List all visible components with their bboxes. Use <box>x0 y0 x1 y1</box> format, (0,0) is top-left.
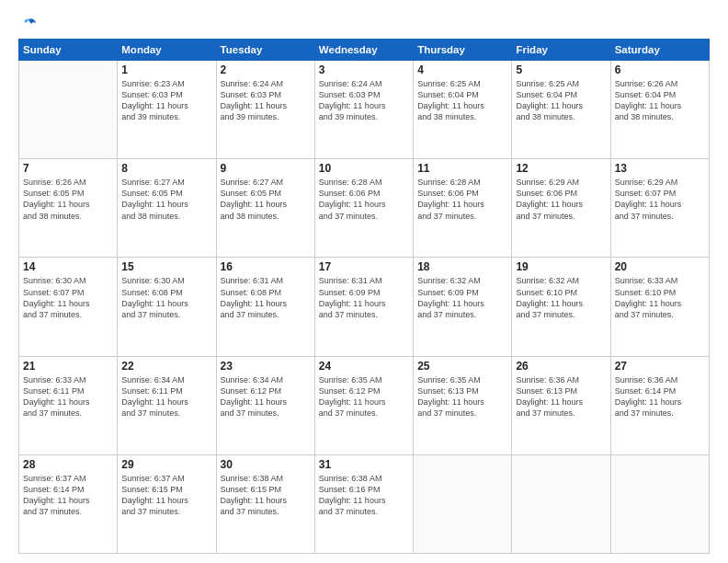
week-row-5: 28Sunrise: 6:37 AM Sunset: 6:14 PM Dayli… <box>19 454 710 553</box>
day-info: Sunrise: 6:33 AM Sunset: 6:11 PM Dayligh… <box>23 374 113 419</box>
weekday-header-thursday: Thursday <box>414 40 512 61</box>
calendar-cell: 28Sunrise: 6:37 AM Sunset: 6:14 PM Dayli… <box>19 454 118 553</box>
calendar-cell: 25Sunrise: 6:35 AM Sunset: 6:13 PM Dayli… <box>414 356 512 454</box>
day-info: Sunrise: 6:34 AM Sunset: 6:12 PM Dayligh… <box>221 374 311 419</box>
day-number: 25 <box>417 360 507 373</box>
calendar-cell: 5Sunrise: 6:25 AM Sunset: 6:04 PM Daylig… <box>512 61 610 159</box>
day-number: 20 <box>615 260 705 273</box>
day-info: Sunrise: 6:32 AM Sunset: 6:09 PM Dayligh… <box>417 275 507 320</box>
day-number: 29 <box>121 458 211 471</box>
day-info: Sunrise: 6:37 AM Sunset: 6:14 PM Dayligh… <box>23 473 113 518</box>
calendar-cell: 13Sunrise: 6:29 AM Sunset: 6:07 PM Dayli… <box>610 159 709 258</box>
calendar-cell: 9Sunrise: 6:27 AM Sunset: 6:05 PM Daylig… <box>216 159 314 258</box>
calendar-cell: 24Sunrise: 6:35 AM Sunset: 6:12 PM Dayli… <box>314 356 413 454</box>
calendar-cell: 30Sunrise: 6:38 AM Sunset: 6:15 PM Dayli… <box>216 454 314 553</box>
day-number: 21 <box>23 360 113 373</box>
day-info: Sunrise: 6:31 AM Sunset: 6:08 PM Dayligh… <box>221 275 311 320</box>
calendar-cell: 16Sunrise: 6:31 AM Sunset: 6:08 PM Dayli… <box>216 258 314 356</box>
day-number: 2 <box>221 63 311 76</box>
day-info: Sunrise: 6:29 AM Sunset: 6:06 PM Dayligh… <box>516 177 606 222</box>
calendar-cell: 15Sunrise: 6:30 AM Sunset: 6:08 PM Dayli… <box>118 258 216 356</box>
day-info: Sunrise: 6:30 AM Sunset: 6:08 PM Dayligh… <box>121 275 211 320</box>
week-row-3: 14Sunrise: 6:30 AM Sunset: 6:07 PM Dayli… <box>19 258 710 356</box>
weekday-header-wednesday: Wednesday <box>314 40 413 61</box>
day-info: Sunrise: 6:35 AM Sunset: 6:12 PM Dayligh… <box>319 374 409 419</box>
day-info: Sunrise: 6:38 AM Sunset: 6:16 PM Dayligh… <box>319 473 409 518</box>
calendar-cell <box>610 454 709 553</box>
weekday-header-saturday: Saturday <box>610 40 709 61</box>
calendar-cell: 22Sunrise: 6:34 AM Sunset: 6:11 PM Dayli… <box>118 356 216 454</box>
header <box>18 17 710 31</box>
day-info: Sunrise: 6:29 AM Sunset: 6:07 PM Dayligh… <box>615 177 705 222</box>
day-info: Sunrise: 6:28 AM Sunset: 6:06 PM Dayligh… <box>417 177 507 222</box>
calendar-cell: 26Sunrise: 6:36 AM Sunset: 6:13 PM Dayli… <box>512 356 610 454</box>
day-info: Sunrise: 6:28 AM Sunset: 6:06 PM Dayligh… <box>319 177 409 222</box>
day-number: 15 <box>121 260 211 273</box>
calendar-cell: 31Sunrise: 6:38 AM Sunset: 6:16 PM Dayli… <box>314 454 413 553</box>
day-number: 24 <box>319 360 409 373</box>
week-row-1: 1Sunrise: 6:23 AM Sunset: 6:03 PM Daylig… <box>19 61 710 159</box>
calendar-cell: 23Sunrise: 6:34 AM Sunset: 6:12 PM Dayli… <box>216 356 314 454</box>
weekday-header-tuesday: Tuesday <box>216 40 314 61</box>
day-number: 22 <box>121 360 211 373</box>
day-info: Sunrise: 6:26 AM Sunset: 6:05 PM Dayligh… <box>23 177 113 222</box>
day-number: 11 <box>417 162 507 175</box>
calendar-cell: 11Sunrise: 6:28 AM Sunset: 6:06 PM Dayli… <box>414 159 512 258</box>
day-number: 16 <box>221 260 311 273</box>
day-number: 27 <box>615 360 705 373</box>
calendar-cell: 18Sunrise: 6:32 AM Sunset: 6:09 PM Dayli… <box>414 258 512 356</box>
day-number: 23 <box>221 360 311 373</box>
calendar-cell: 1Sunrise: 6:23 AM Sunset: 6:03 PM Daylig… <box>118 61 216 159</box>
calendar-cell: 27Sunrise: 6:36 AM Sunset: 6:14 PM Dayli… <box>610 356 709 454</box>
day-number: 10 <box>319 162 409 175</box>
weekday-header-monday: Monday <box>118 40 216 61</box>
logo-bird-icon <box>20 17 37 33</box>
day-number: 30 <box>221 458 311 471</box>
weekday-header-row: SundayMondayTuesdayWednesdayThursdayFrid… <box>19 40 710 61</box>
calendar-cell: 14Sunrise: 6:30 AM Sunset: 6:07 PM Dayli… <box>19 258 118 356</box>
calendar-cell: 4Sunrise: 6:25 AM Sunset: 6:04 PM Daylig… <box>414 61 512 159</box>
calendar-cell: 10Sunrise: 6:28 AM Sunset: 6:06 PM Dayli… <box>314 159 413 258</box>
day-info: Sunrise: 6:36 AM Sunset: 6:14 PM Dayligh… <box>615 374 705 419</box>
logo <box>18 17 37 31</box>
day-number: 8 <box>121 162 211 175</box>
calendar-cell: 17Sunrise: 6:31 AM Sunset: 6:09 PM Dayli… <box>314 258 413 356</box>
day-info: Sunrise: 6:24 AM Sunset: 6:03 PM Dayligh… <box>221 78 311 123</box>
day-number: 5 <box>516 63 606 76</box>
day-number: 13 <box>615 162 705 175</box>
page: SundayMondayTuesdayWednesdayThursdayFrid… <box>0 0 728 563</box>
day-info: Sunrise: 6:24 AM Sunset: 6:03 PM Dayligh… <box>319 78 409 123</box>
day-number: 1 <box>121 63 211 76</box>
day-info: Sunrise: 6:34 AM Sunset: 6:11 PM Dayligh… <box>121 374 211 419</box>
day-info: Sunrise: 6:27 AM Sunset: 6:05 PM Dayligh… <box>121 177 211 222</box>
day-number: 31 <box>319 458 409 471</box>
calendar-cell: 29Sunrise: 6:37 AM Sunset: 6:15 PM Dayli… <box>118 454 216 553</box>
day-info: Sunrise: 6:26 AM Sunset: 6:04 PM Dayligh… <box>615 78 705 123</box>
day-number: 26 <box>516 360 606 373</box>
day-info: Sunrise: 6:31 AM Sunset: 6:09 PM Dayligh… <box>319 275 409 320</box>
weekday-header-friday: Friday <box>512 40 610 61</box>
day-info: Sunrise: 6:36 AM Sunset: 6:13 PM Dayligh… <box>516 374 606 419</box>
calendar-cell <box>414 454 512 553</box>
day-number: 6 <box>615 63 705 76</box>
day-info: Sunrise: 6:23 AM Sunset: 6:03 PM Dayligh… <box>121 78 211 123</box>
day-number: 28 <box>23 458 113 471</box>
calendar-cell: 6Sunrise: 6:26 AM Sunset: 6:04 PM Daylig… <box>610 61 709 159</box>
day-info: Sunrise: 6:32 AM Sunset: 6:10 PM Dayligh… <box>516 275 606 320</box>
calendar-cell <box>512 454 610 553</box>
day-info: Sunrise: 6:27 AM Sunset: 6:05 PM Dayligh… <box>221 177 311 222</box>
day-info: Sunrise: 6:25 AM Sunset: 6:04 PM Dayligh… <box>417 78 507 123</box>
calendar-cell: 7Sunrise: 6:26 AM Sunset: 6:05 PM Daylig… <box>19 159 118 258</box>
calendar-cell: 2Sunrise: 6:24 AM Sunset: 6:03 PM Daylig… <box>216 61 314 159</box>
day-info: Sunrise: 6:37 AM Sunset: 6:15 PM Dayligh… <box>121 473 211 518</box>
calendar-cell: 20Sunrise: 6:33 AM Sunset: 6:10 PM Dayli… <box>610 258 709 356</box>
day-number: 19 <box>516 260 606 273</box>
day-info: Sunrise: 6:30 AM Sunset: 6:07 PM Dayligh… <box>23 275 113 320</box>
calendar-cell: 19Sunrise: 6:32 AM Sunset: 6:10 PM Dayli… <box>512 258 610 356</box>
day-info: Sunrise: 6:25 AM Sunset: 6:04 PM Dayligh… <box>516 78 606 123</box>
calendar-table: SundayMondayTuesdayWednesdayThursdayFrid… <box>18 39 710 554</box>
calendar-cell: 21Sunrise: 6:33 AM Sunset: 6:11 PM Dayli… <box>19 356 118 454</box>
day-number: 9 <box>221 162 311 175</box>
day-number: 12 <box>516 162 606 175</box>
day-info: Sunrise: 6:38 AM Sunset: 6:15 PM Dayligh… <box>221 473 311 518</box>
